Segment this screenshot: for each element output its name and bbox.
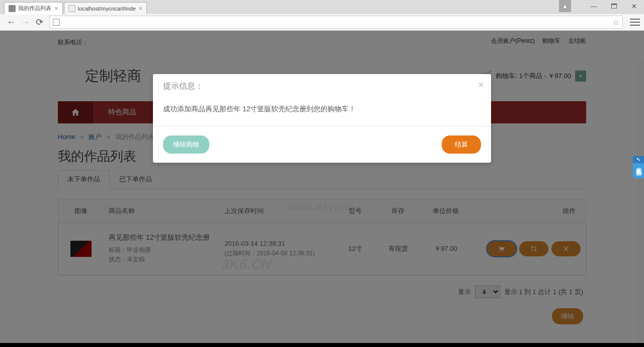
close-window-button[interactable]: ✕	[624, 0, 644, 12]
modal-title: 提示信息：	[163, 82, 203, 90]
user-icon[interactable]: ▲	[559, 0, 571, 12]
window-controls: — 🗖 ✕	[584, 0, 644, 12]
tab-bar: 我的作品列表 × localhost/mycncart/inde × ▲ — 🗖…	[0, 0, 644, 14]
checkout-button[interactable]: 结算	[442, 135, 481, 154]
toolbar: ← → ⟳ ☆	[0, 14, 644, 30]
svg-point-0	[637, 158, 638, 160]
browser-chrome: 我的作品列表 × localhost/mycncart/inde × ▲ — 🗖…	[0, 0, 644, 31]
modal-close-button[interactable]: ×	[478, 79, 484, 91]
page: 联系电话： 会员账户(Perez) 购物车 去结账 定制轻商 🛒 购物车: 1个…	[0, 31, 644, 347]
tab-title: localhost/mycncart/inde	[78, 6, 136, 12]
reload-button[interactable]: ⟳	[32, 15, 46, 29]
browser-tab-0[interactable]: 我的作品列表 ×	[4, 2, 63, 14]
modal-body: 成功添加商品再见那些年 12寸竖版软壳纪念册到您的购物车！	[153, 99, 491, 126]
menu-button[interactable]	[630, 19, 640, 26]
url-bar[interactable]: ☆	[49, 16, 623, 29]
modal: 提示信息： × 成功添加商品再见那些年 12寸竖版软壳纪念册到您的购物车！ 继续…	[153, 74, 491, 163]
back-button[interactable]: ←	[4, 15, 18, 29]
continue-shopping-button[interactable]: 继续购物	[163, 135, 209, 154]
favicon-icon	[9, 5, 16, 12]
favicon-icon	[68, 5, 75, 12]
forward-button[interactable]: →	[18, 15, 32, 29]
modal-footer: 继续购物 结算	[153, 126, 491, 163]
taskbar	[0, 343, 644, 347]
close-icon[interactable]: ×	[54, 5, 58, 12]
close-icon[interactable]: ×	[139, 5, 143, 12]
maximize-button[interactable]: 🗖	[604, 0, 624, 12]
page-icon	[53, 19, 60, 26]
support-icon[interactable]	[633, 156, 644, 163]
tab-title: 我的作品列表	[18, 5, 51, 12]
bookmark-icon[interactable]: ☆	[612, 18, 619, 27]
modal-header: 提示信息： ×	[153, 74, 491, 99]
browser-tab-1[interactable]: localhost/mycncart/inde ×	[64, 2, 147, 14]
svg-point-1	[638, 160, 640, 161]
minimize-button[interactable]: —	[584, 0, 604, 12]
